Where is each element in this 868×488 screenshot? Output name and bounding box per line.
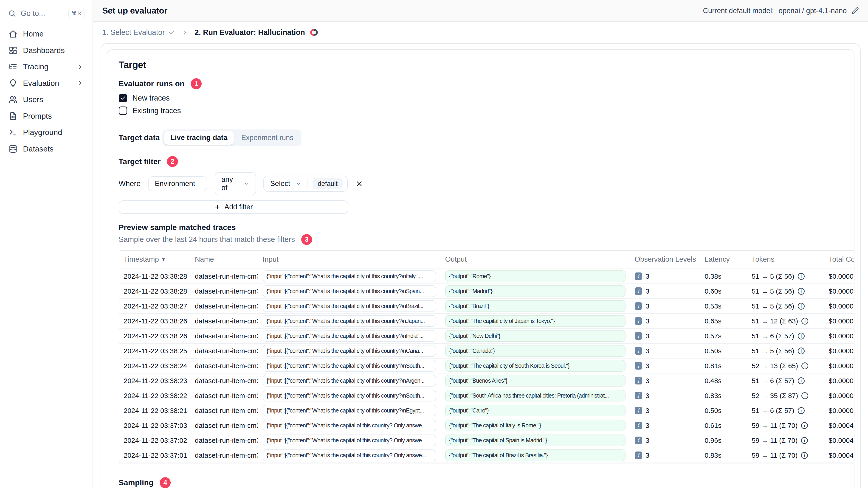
cell-input[interactable]: {"input":[{"content":"What is the capita… [263,330,436,342]
table-row[interactable]: 2024-11-22 03:37:03 dataset-run-item-cm3… [119,418,854,433]
cell-name: dataset-run-item-cm3s4 [190,373,258,388]
cell-input[interactable]: {"input":[{"content":"What is the capita… [263,360,436,371]
table-row[interactable]: 2024-11-22 03:38:26 dataset-run-item-cm3… [119,328,854,344]
cell-output[interactable]: {"output":"The capital city of South Kor… [445,360,625,371]
sidebar-item-datasets[interactable]: Datasets [6,141,87,157]
sidebar-item-playground[interactable]: Playground [6,124,87,141]
column-header-timestamp[interactable]: Timestamp▼ [119,251,190,269]
breadcrumb-step-select-evaluator[interactable]: 1. Select Evaluator [102,28,175,37]
table-row[interactable]: 2024-11-22 03:38:28 dataset-run-item-cm3… [119,269,854,284]
cell-output[interactable]: {"output":"The capital of Brazil is Bras… [445,449,625,461]
sidebar-item-users[interactable]: Users [6,91,87,108]
form-wrapper: Target Evaluator runs on 1 New traces Ex… [100,43,861,488]
tab-live-tracing-data[interactable]: Live tracing data [164,131,234,144]
table-row[interactable]: 2024-11-22 03:38:26 dataset-run-item-cm3… [119,314,854,328]
column-header-tokens[interactable]: Tokens [747,251,824,269]
go-to-label: Go to... [21,9,45,18]
edit-model-pencil-icon[interactable] [851,7,859,14]
filter-column-select[interactable]: Environment [148,176,207,191]
column-header-input[interactable]: Input [258,251,441,269]
cell-name: dataset-run-item-cm3s4 [190,299,258,314]
sidebar-item-evaluation[interactable]: Evaluation [6,75,87,92]
cell-output[interactable]: {"output":"Cairo"} [445,405,625,416]
target-filter-label: Target filter [119,157,161,166]
checkbox-existing-traces[interactable]: Existing traces [119,106,842,115]
column-header-observation-levels[interactable]: Observation Levels [630,251,700,269]
cell-input[interactable]: {"input":[{"content":"What is the capita… [263,420,436,431]
cell-output[interactable]: {"output":"The capital city of Japan is … [445,315,625,327]
cell-name: dataset-run-item-cm3s4 [190,358,258,373]
sidebar-item-tracing[interactable]: Tracing [6,59,87,75]
cell-latency: 0.38s [700,269,747,284]
cell-input[interactable]: {"input":[{"content":"What is the capita… [263,315,436,327]
cell-output[interactable]: {"output":"Madrid"} [445,285,625,297]
search-icon [8,9,16,18]
cell-timestamp: 2024-11-22 03:38:25 [119,344,190,358]
checkbox-checked[interactable] [119,94,127,103]
cell-tokens: 59 → 11 (Σ 70) [752,452,798,459]
table-row[interactable]: 2024-11-22 03:38:21 dataset-run-item-cm3… [119,403,854,418]
go-to-search[interactable]: Go to... ⌘ K [6,7,87,20]
sidebar-item-prompts[interactable]: Prompts [6,108,87,124]
column-header-name[interactable]: Name [190,251,258,269]
table-row[interactable]: 2024-11-22 03:37:01 dataset-run-item-cm3… [119,448,854,463]
cell-output[interactable]: {"output":"Rome"} [445,270,625,282]
tab-experiment-runs[interactable]: Experiment runs [235,131,300,144]
checkbox-unchecked[interactable] [119,106,127,115]
add-filter-button[interactable]: Add filter [119,200,348,214]
remove-filter-icon[interactable] [355,180,363,188]
cell-input[interactable]: {"input":[{"content":"What is the capita… [263,345,436,357]
info-icon: i [798,288,805,295]
table-row[interactable]: 2024-11-22 03:38:24 dataset-run-item-cm3… [119,358,854,373]
cell-output[interactable]: {"output":"Canada"} [445,345,625,357]
datasets-icon [9,144,18,153]
sidebar-item-home[interactable]: Home [6,26,87,42]
target-data-tabs: Live tracing data Experiment runs [162,129,302,147]
cell-output[interactable]: {"output":"The capital of Italy is Rome.… [445,420,625,431]
info-emoji-icon: i [635,272,642,280]
cell-observation-levels: 3 [646,302,649,310]
table-row[interactable]: 2024-11-22 03:38:23 dataset-run-item-cm3… [119,373,854,388]
cell-output[interactable]: {"output":"Buenos Aires"} [445,375,625,387]
cell-input[interactable]: {"input":[{"content":"What is the capita… [263,390,436,401]
cell-timestamp: 2024-11-22 03:38:22 [119,388,190,403]
cell-name: dataset-run-item-cm3s4 [190,418,258,433]
step-badge-1: 1 [191,78,202,89]
table-row[interactable]: 2024-11-22 03:38:25 dataset-run-item-cm3… [119,344,854,358]
table-row[interactable]: 2024-11-22 03:38:22 dataset-run-item-cm3… [119,388,854,403]
checkbox-new-traces[interactable]: New traces [119,94,842,103]
cell-input[interactable]: {"input":[{"content":"What is the capita… [263,270,436,282]
cell-input[interactable]: {"input":[{"content":"What is the capita… [263,449,436,461]
info-emoji-icon: i [635,317,642,325]
cell-total-cost: $0.00046 [829,452,854,459]
cell-output[interactable]: {"output":"The capital of Spain is Madri… [445,434,625,446]
sort-desc-icon: ▼ [161,257,166,262]
info-icon: i [798,273,805,280]
column-header-output[interactable]: Output [441,251,630,269]
cell-total-cost: $0.000029 [829,392,854,400]
cell-input[interactable]: {"input":[{"content":"What is the capita… [263,300,436,312]
cell-input[interactable]: {"input":[{"content":"What is the capita… [263,434,436,446]
cell-tokens: 59 → 11 (Σ 70) [752,436,798,445]
filter-value-select[interactable]: Select default [264,175,348,192]
column-header-total-cost[interactable]: Total Cost [824,251,854,269]
cell-output[interactable]: {"output":"Brazil"} [445,300,625,312]
runs-on-label: Evaluator runs on [119,79,185,88]
cell-latency: 0.57s [700,328,747,344]
filter-where-label: Where [119,180,141,188]
table-row[interactable]: 2024-11-22 03:37:02 dataset-run-item-cm3… [119,433,854,448]
cell-output[interactable]: {"output":"South Africa has three capita… [445,390,625,401]
cell-timestamp: 2024-11-22 03:37:03 [119,418,190,433]
cell-input[interactable]: {"input":[{"content":"What is the capita… [263,405,436,416]
table-row[interactable]: 2024-11-22 03:38:28 dataset-run-item-cm3… [119,284,854,299]
sidebar-item-dashboards[interactable]: Dashboards [6,42,87,59]
table-row[interactable]: 2024-11-22 03:38:27 dataset-run-item-cm3… [119,299,854,314]
cell-output[interactable]: {"output":"New Delhi"} [445,330,625,342]
column-header-latency[interactable]: Latency [700,251,747,269]
cell-observation-levels: 3 [646,422,649,429]
cell-input[interactable]: {"input":[{"content":"What is the capita… [263,285,436,297]
chevron-right-icon [76,79,84,87]
filter-operator-select[interactable]: any of [215,172,256,195]
cell-tokens: 51 → 5 (Σ 56) [752,272,794,280]
cell-input[interactable]: {"input":[{"content":"What is the capita… [263,375,436,387]
